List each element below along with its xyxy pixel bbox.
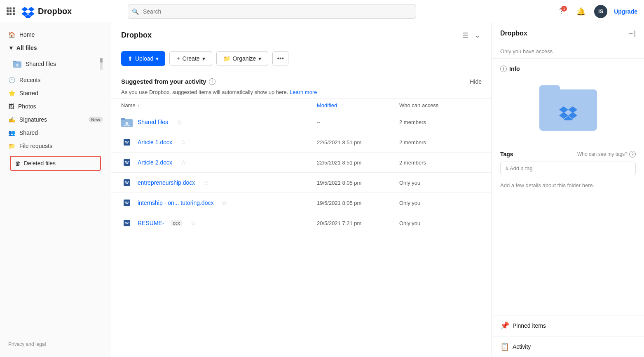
suggestions-text: As you use Dropbox, suggested items will… bbox=[121, 89, 482, 95]
sidebar-item-shared[interactable]: 👥 Shared bbox=[0, 126, 111, 139]
word-doc-icon: W bbox=[121, 157, 133, 168]
notification-button[interactable]: 🔔 bbox=[574, 5, 588, 18]
word-doc-icon: W bbox=[121, 217, 133, 229]
pinned-items-section[interactable]: 📌 Pinned items bbox=[492, 315, 644, 336]
sidebar-item-signatures[interactable]: ✍ Signatures New bbox=[0, 113, 111, 126]
help-button[interactable]: ? 1 bbox=[555, 5, 568, 18]
starred-icon: ⭐ bbox=[8, 90, 15, 96]
upload-button[interactable]: ⬆ Upload ▾ bbox=[121, 51, 165, 66]
tag-input[interactable] bbox=[500, 162, 636, 175]
list-view-button[interactable]: ☰ bbox=[461, 30, 470, 41]
word-doc-icon: W bbox=[121, 136, 133, 148]
sidebar-signatures-label: Signatures bbox=[19, 116, 84, 123]
sidebar-item-all-files[interactable]: ▼ All files bbox=[0, 41, 111, 54]
folder-icon: 📁 bbox=[223, 55, 230, 62]
logo[interactable]: Dropbox bbox=[21, 5, 72, 18]
star-button[interactable]: ☆ bbox=[203, 179, 209, 187]
modified-cell: 22/5/2021 8:51 pm bbox=[317, 139, 399, 146]
pinned-items-label: Pinned items bbox=[513, 322, 546, 329]
activity-icon: 📋 bbox=[500, 342, 509, 351]
modified-cell: 22/5/2021 8:51 pm bbox=[317, 160, 399, 166]
more-options-button[interactable]: ••• bbox=[272, 51, 288, 66]
table-row[interactable]: W entrepreneurship.docx ☆ 19/5/2021 8:05… bbox=[111, 173, 492, 193]
search-input[interactable] bbox=[128, 5, 416, 19]
topnav-left: Dropbox bbox=[7, 5, 118, 18]
home-icon: 🏠 bbox=[8, 31, 15, 38]
word-doc-icon: W bbox=[121, 177, 133, 188]
tags-help-link[interactable]: Who can see my tags? ? bbox=[577, 151, 636, 157]
topnav-right: ? 1 🔔 IS Upgrade bbox=[555, 5, 637, 18]
help-badge: 1 bbox=[561, 6, 567, 12]
sidebar-item-starred[interactable]: ⭐ Starred bbox=[0, 87, 111, 100]
page-title: Dropbox bbox=[121, 31, 152, 40]
file-ext-badge: ocx bbox=[171, 220, 182, 226]
file-name-text: Article 2.docx bbox=[138, 159, 172, 166]
upgrade-button[interactable]: Upgrade bbox=[614, 8, 637, 15]
signatures-badge: New bbox=[89, 117, 103, 122]
sidebar-item-home[interactable]: 🏠 Home bbox=[0, 28, 111, 41]
modified-cell: 19/5/2021 8:05 pm bbox=[317, 200, 399, 206]
folder-preview bbox=[500, 79, 636, 137]
sort-arrow-icon: ↑ bbox=[137, 103, 140, 108]
sidebar-item-deleted-files[interactable]: 🗑 Deleted files bbox=[10, 156, 101, 171]
chevron-down-button[interactable]: ⌄ bbox=[473, 30, 482, 41]
file-name-text: Article 1.docx bbox=[138, 139, 172, 146]
sidebar-shared-files-label: Shared files bbox=[26, 61, 94, 67]
sidebar-item-file-requests[interactable]: 📁 File requests bbox=[0, 139, 111, 153]
privacy-link[interactable]: Privacy and legal bbox=[8, 341, 46, 347]
column-name[interactable]: Name ↑ bbox=[121, 102, 317, 108]
avatar[interactable]: IS bbox=[594, 5, 607, 18]
modified-cell: 19/5/2021 8:05 pm bbox=[317, 180, 399, 186]
suggestions-section: Suggested from your activity i Hide As y… bbox=[111, 71, 492, 99]
search-icon: 🔍 bbox=[132, 8, 139, 15]
shared-icon: 👥 bbox=[8, 129, 15, 136]
file-list-header: Name ↑ Modified Who can access bbox=[111, 99, 492, 112]
sidebar: 🏠 Home ▼ All files Shared files 🕐 Rece bbox=[0, 23, 111, 357]
table-row[interactable]: W RESUME- ocx ☆ 20/5/2021 7:21 pm Only y… bbox=[111, 213, 492, 233]
right-panel-header: Dropbox →| bbox=[492, 23, 644, 44]
table-row[interactable]: W internship - on... tutoring.docx ☆ 19/… bbox=[111, 193, 492, 213]
tags-section: Tags Who can see my tags? ? bbox=[492, 144, 644, 182]
collapse-panel-button[interactable]: →| bbox=[628, 30, 636, 37]
tags-header: Tags Who can see my tags? ? bbox=[500, 151, 636, 157]
column-modified[interactable]: Modified bbox=[317, 102, 399, 108]
access-cell: Only you bbox=[399, 200, 482, 206]
file-name-cell: Shared files ☆ bbox=[121, 116, 317, 128]
plus-icon: + bbox=[176, 55, 180, 62]
activity-section[interactable]: 📋 Activity bbox=[492, 336, 644, 357]
sidebar-item-recents[interactable]: 🕐 Recents bbox=[0, 73, 111, 87]
star-button[interactable]: ☆ bbox=[190, 219, 196, 227]
table-row[interactable]: W Article 1.docx ☆ 22/5/2021 8:51 pm 2 m… bbox=[111, 132, 492, 153]
create-chevron-icon: ▾ bbox=[202, 55, 205, 62]
svg-rect-2 bbox=[13, 61, 16, 62]
table-row[interactable]: W Article 2.docx ☆ 22/5/2021 8:51 pm 2 m… bbox=[111, 153, 492, 173]
hide-button[interactable]: Hide bbox=[470, 78, 482, 85]
bell-icon: 🔔 bbox=[576, 7, 585, 16]
info-section-title: i Info bbox=[500, 66, 636, 72]
organize-button[interactable]: 📁 Organize ▾ bbox=[216, 51, 269, 66]
upload-icon: ⬆ bbox=[128, 55, 133, 62]
chevron-down-icon: ▼ bbox=[8, 45, 14, 51]
grid-menu-icon[interactable] bbox=[7, 7, 15, 16]
upload-chevron-icon: ▾ bbox=[156, 55, 159, 62]
star-button[interactable]: ☆ bbox=[180, 139, 186, 146]
star-button[interactable]: ☆ bbox=[180, 159, 186, 167]
suggestions-title: Suggested from your activity i bbox=[121, 78, 215, 85]
svg-rect-5 bbox=[121, 118, 125, 120]
sidebar-item-shared-files[interactable]: Shared files bbox=[0, 54, 111, 73]
signatures-icon: ✍ bbox=[8, 116, 15, 123]
star-button[interactable]: ☆ bbox=[176, 118, 182, 126]
folder-description: Add a few details about this folder here… bbox=[492, 182, 644, 195]
right-panel-title: Dropbox bbox=[500, 30, 527, 37]
file-name-text: entrepreneurship.docx bbox=[138, 179, 195, 186]
sidebar-item-photos[interactable]: 🖼 Photos bbox=[0, 100, 111, 113]
create-button[interactable]: + Create ▾ bbox=[169, 51, 212, 66]
info-icon[interactable]: i bbox=[209, 78, 215, 85]
big-folder-icon bbox=[539, 85, 597, 131]
table-row[interactable]: Shared files ☆ -- 2 members bbox=[111, 112, 492, 132]
deleted-files-icon: 🗑 bbox=[15, 160, 21, 167]
topnav: Dropbox 🔍 ? 1 🔔 IS Upgrade bbox=[0, 0, 644, 23]
logo-text: Dropbox bbox=[38, 7, 72, 16]
learn-more-link[interactable]: Learn more bbox=[290, 89, 317, 95]
star-button[interactable]: ☆ bbox=[222, 199, 227, 207]
